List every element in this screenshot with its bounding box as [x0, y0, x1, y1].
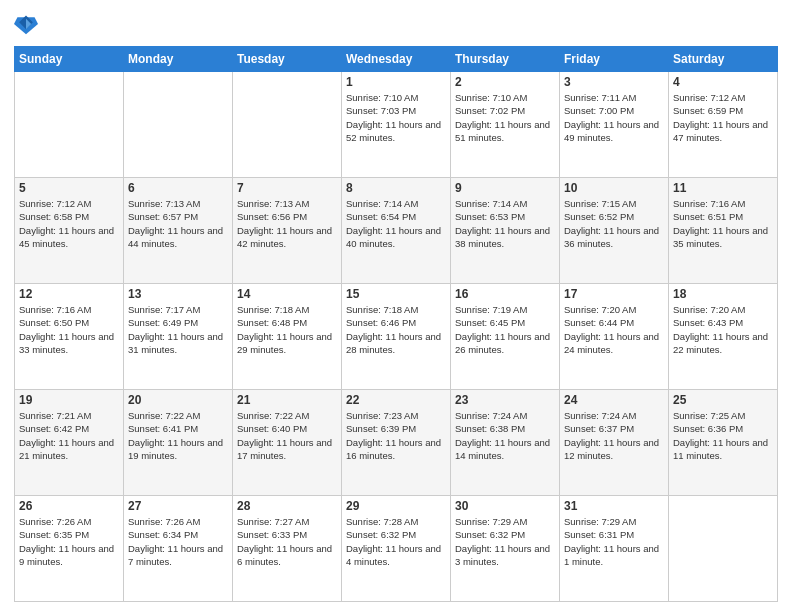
day-info: Sunrise: 7:22 AM Sunset: 6:41 PM Dayligh… — [128, 409, 228, 462]
day-number: 29 — [346, 499, 446, 513]
day-cell: 29Sunrise: 7:28 AM Sunset: 6:32 PM Dayli… — [342, 496, 451, 602]
calendar: SundayMondayTuesdayWednesdayThursdayFrid… — [14, 46, 778, 602]
day-cell: 31Sunrise: 7:29 AM Sunset: 6:31 PM Dayli… — [560, 496, 669, 602]
day-cell: 3Sunrise: 7:11 AM Sunset: 7:00 PM Daylig… — [560, 72, 669, 178]
week-row-4: 26Sunrise: 7:26 AM Sunset: 6:35 PM Dayli… — [15, 496, 778, 602]
day-cell: 14Sunrise: 7:18 AM Sunset: 6:48 PM Dayli… — [233, 284, 342, 390]
weekday-header-monday: Monday — [124, 47, 233, 72]
week-row-2: 12Sunrise: 7:16 AM Sunset: 6:50 PM Dayli… — [15, 284, 778, 390]
day-cell: 27Sunrise: 7:26 AM Sunset: 6:34 PM Dayli… — [124, 496, 233, 602]
day-info: Sunrise: 7:17 AM Sunset: 6:49 PM Dayligh… — [128, 303, 228, 356]
day-info: Sunrise: 7:14 AM Sunset: 6:53 PM Dayligh… — [455, 197, 555, 250]
header — [14, 10, 778, 38]
day-info: Sunrise: 7:14 AM Sunset: 6:54 PM Dayligh… — [346, 197, 446, 250]
day-info: Sunrise: 7:29 AM Sunset: 6:32 PM Dayligh… — [455, 515, 555, 568]
day-number: 1 — [346, 75, 446, 89]
day-number: 10 — [564, 181, 664, 195]
day-cell: 25Sunrise: 7:25 AM Sunset: 6:36 PM Dayli… — [669, 390, 778, 496]
day-number: 30 — [455, 499, 555, 513]
day-cell: 20Sunrise: 7:22 AM Sunset: 6:41 PM Dayli… — [124, 390, 233, 496]
day-info: Sunrise: 7:28 AM Sunset: 6:32 PM Dayligh… — [346, 515, 446, 568]
weekday-header-row: SundayMondayTuesdayWednesdayThursdayFrid… — [15, 47, 778, 72]
day-number: 13 — [128, 287, 228, 301]
logo — [14, 10, 42, 38]
day-number: 17 — [564, 287, 664, 301]
day-info: Sunrise: 7:24 AM Sunset: 6:37 PM Dayligh… — [564, 409, 664, 462]
day-info: Sunrise: 7:19 AM Sunset: 6:45 PM Dayligh… — [455, 303, 555, 356]
day-number: 8 — [346, 181, 446, 195]
day-number: 19 — [19, 393, 119, 407]
day-info: Sunrise: 7:16 AM Sunset: 6:51 PM Dayligh… — [673, 197, 773, 250]
day-cell — [669, 496, 778, 602]
day-info: Sunrise: 7:24 AM Sunset: 6:38 PM Dayligh… — [455, 409, 555, 462]
weekday-header-sunday: Sunday — [15, 47, 124, 72]
day-cell: 9Sunrise: 7:14 AM Sunset: 6:53 PM Daylig… — [451, 178, 560, 284]
day-number: 20 — [128, 393, 228, 407]
day-cell: 11Sunrise: 7:16 AM Sunset: 6:51 PM Dayli… — [669, 178, 778, 284]
day-number: 16 — [455, 287, 555, 301]
day-info: Sunrise: 7:13 AM Sunset: 6:57 PM Dayligh… — [128, 197, 228, 250]
day-info: Sunrise: 7:18 AM Sunset: 6:46 PM Dayligh… — [346, 303, 446, 356]
day-cell: 5Sunrise: 7:12 AM Sunset: 6:58 PM Daylig… — [15, 178, 124, 284]
day-cell: 12Sunrise: 7:16 AM Sunset: 6:50 PM Dayli… — [15, 284, 124, 390]
logo-icon — [14, 10, 38, 38]
day-info: Sunrise: 7:13 AM Sunset: 6:56 PM Dayligh… — [237, 197, 337, 250]
day-info: Sunrise: 7:29 AM Sunset: 6:31 PM Dayligh… — [564, 515, 664, 568]
day-cell — [15, 72, 124, 178]
day-number: 21 — [237, 393, 337, 407]
day-number: 23 — [455, 393, 555, 407]
day-info: Sunrise: 7:12 AM Sunset: 6:58 PM Dayligh… — [19, 197, 119, 250]
day-number: 25 — [673, 393, 773, 407]
day-cell: 8Sunrise: 7:14 AM Sunset: 6:54 PM Daylig… — [342, 178, 451, 284]
day-info: Sunrise: 7:16 AM Sunset: 6:50 PM Dayligh… — [19, 303, 119, 356]
day-cell: 30Sunrise: 7:29 AM Sunset: 6:32 PM Dayli… — [451, 496, 560, 602]
day-cell: 17Sunrise: 7:20 AM Sunset: 6:44 PM Dayli… — [560, 284, 669, 390]
day-number: 24 — [564, 393, 664, 407]
day-cell: 15Sunrise: 7:18 AM Sunset: 6:46 PM Dayli… — [342, 284, 451, 390]
day-number: 28 — [237, 499, 337, 513]
day-cell — [124, 72, 233, 178]
day-number: 18 — [673, 287, 773, 301]
weekday-header-tuesday: Tuesday — [233, 47, 342, 72]
day-cell: 4Sunrise: 7:12 AM Sunset: 6:59 PM Daylig… — [669, 72, 778, 178]
day-info: Sunrise: 7:18 AM Sunset: 6:48 PM Dayligh… — [237, 303, 337, 356]
day-cell: 2Sunrise: 7:10 AM Sunset: 7:02 PM Daylig… — [451, 72, 560, 178]
day-info: Sunrise: 7:10 AM Sunset: 7:03 PM Dayligh… — [346, 91, 446, 144]
day-info: Sunrise: 7:20 AM Sunset: 6:43 PM Dayligh… — [673, 303, 773, 356]
week-row-0: 1Sunrise: 7:10 AM Sunset: 7:03 PM Daylig… — [15, 72, 778, 178]
day-number: 22 — [346, 393, 446, 407]
day-cell: 7Sunrise: 7:13 AM Sunset: 6:56 PM Daylig… — [233, 178, 342, 284]
day-cell: 21Sunrise: 7:22 AM Sunset: 6:40 PM Dayli… — [233, 390, 342, 496]
weekday-header-thursday: Thursday — [451, 47, 560, 72]
day-number: 27 — [128, 499, 228, 513]
day-number: 7 — [237, 181, 337, 195]
week-row-1: 5Sunrise: 7:12 AM Sunset: 6:58 PM Daylig… — [15, 178, 778, 284]
day-info: Sunrise: 7:25 AM Sunset: 6:36 PM Dayligh… — [673, 409, 773, 462]
day-number: 12 — [19, 287, 119, 301]
day-number: 26 — [19, 499, 119, 513]
day-info: Sunrise: 7:23 AM Sunset: 6:39 PM Dayligh… — [346, 409, 446, 462]
day-number: 14 — [237, 287, 337, 301]
weekday-header-saturday: Saturday — [669, 47, 778, 72]
weekday-header-wednesday: Wednesday — [342, 47, 451, 72]
day-number: 9 — [455, 181, 555, 195]
day-info: Sunrise: 7:27 AM Sunset: 6:33 PM Dayligh… — [237, 515, 337, 568]
day-number: 15 — [346, 287, 446, 301]
day-cell: 24Sunrise: 7:24 AM Sunset: 6:37 PM Dayli… — [560, 390, 669, 496]
day-number: 5 — [19, 181, 119, 195]
day-cell — [233, 72, 342, 178]
day-cell: 19Sunrise: 7:21 AM Sunset: 6:42 PM Dayli… — [15, 390, 124, 496]
day-info: Sunrise: 7:11 AM Sunset: 7:00 PM Dayligh… — [564, 91, 664, 144]
day-number: 11 — [673, 181, 773, 195]
week-row-3: 19Sunrise: 7:21 AM Sunset: 6:42 PM Dayli… — [15, 390, 778, 496]
page: SundayMondayTuesdayWednesdayThursdayFrid… — [0, 0, 792, 612]
day-cell: 18Sunrise: 7:20 AM Sunset: 6:43 PM Dayli… — [669, 284, 778, 390]
day-cell: 10Sunrise: 7:15 AM Sunset: 6:52 PM Dayli… — [560, 178, 669, 284]
day-cell: 16Sunrise: 7:19 AM Sunset: 6:45 PM Dayli… — [451, 284, 560, 390]
day-cell: 1Sunrise: 7:10 AM Sunset: 7:03 PM Daylig… — [342, 72, 451, 178]
day-info: Sunrise: 7:26 AM Sunset: 6:35 PM Dayligh… — [19, 515, 119, 568]
day-info: Sunrise: 7:21 AM Sunset: 6:42 PM Dayligh… — [19, 409, 119, 462]
day-number: 31 — [564, 499, 664, 513]
day-cell: 28Sunrise: 7:27 AM Sunset: 6:33 PM Dayli… — [233, 496, 342, 602]
day-cell: 26Sunrise: 7:26 AM Sunset: 6:35 PM Dayli… — [15, 496, 124, 602]
